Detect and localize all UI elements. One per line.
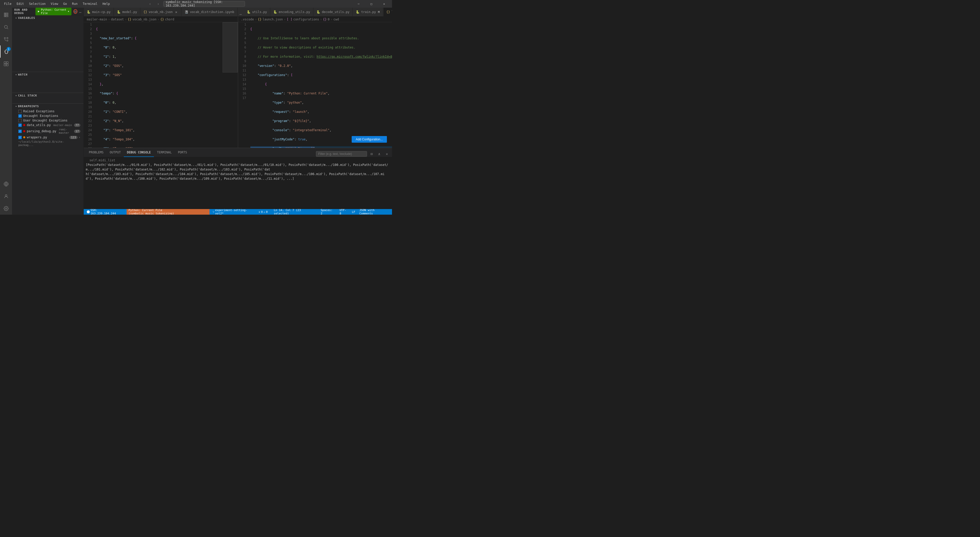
status-errors[interactable]: ✕ 0 ⚠ 0 (258, 209, 269, 215)
panel-actions: ⊟ ∧ ✕ (316, 151, 390, 157)
menu-file[interactable]: File (2, 2, 14, 6)
menu-help[interactable]: Help (100, 2, 112, 6)
menu-edit[interactable]: Edit (14, 2, 26, 6)
bc-cwd[interactable]: cwd (333, 18, 339, 21)
svg-rect-5 (6, 62, 8, 64)
tab-overflow-btn[interactable]: ⋯ (238, 12, 244, 16)
status-cursor[interactable]: Ln 14, Col 7 (23 selected) (273, 209, 318, 215)
menu-terminal[interactable]: Terminal (81, 2, 100, 6)
bp-wrappers[interactable]: ✓ wrappers.py 123 › (12, 135, 83, 140)
activity-explorer[interactable] (0, 9, 12, 21)
minimize-button[interactable]: ─ (353, 0, 364, 8)
tab-vocab-nb-label: vocab_nb.json (149, 10, 173, 14)
breakpoints-section-header[interactable]: ▾ BREAKPOINTS (12, 104, 83, 109)
menu-run[interactable]: Run (70, 2, 80, 6)
bp-wrappers-arrow[interactable]: › (79, 135, 80, 139)
tab-launch-json[interactable]: {} launch.json ✕ (383, 8, 392, 16)
svg-point-2 (6, 40, 8, 41)
global-search-bar[interactable]: symbolic_music_tokenizing [SSH: 163.239.… (163, 1, 245, 6)
menu-go[interactable]: Go (61, 2, 69, 6)
tab-encoding-utils[interactable]: 🐍 encoding_utils.py (270, 8, 313, 16)
bc-dataset[interactable]: dataset (111, 18, 124, 21)
variables-section-header[interactable]: ▾ VARIABLES (12, 15, 83, 21)
run-button[interactable]: Python: Current File ▾ (35, 8, 71, 15)
status-git-branch[interactable]: ⑂ experiment-setting-vol2* (212, 209, 256, 215)
call-stack-section: ▾ CALL STACK (12, 92, 83, 98)
call-stack-section-header[interactable]: ▾ CALL STACK (12, 93, 83, 98)
tab-train[interactable]: 🐍 train.py M (353, 8, 383, 16)
status-debug-mode[interactable]: Python: Current File (symbolic_music_tok… (127, 209, 210, 215)
panel-close-btn[interactable]: ✕ (384, 151, 390, 157)
activity-search[interactable] (0, 21, 12, 33)
tab-vocab-dist-label: vocab_distribution.ipynb (190, 10, 234, 14)
tab-vocab-nb[interactable]: {} vocab_nb.json ✕ (140, 8, 181, 16)
activity-account[interactable] (0, 190, 12, 202)
bc-launch-json[interactable]: launch.json (262, 18, 283, 21)
tab-utils[interactable]: 🐍 utils.py (244, 8, 270, 16)
tab-vocab-nb-close[interactable]: ✕ (174, 10, 178, 14)
bc-zero[interactable]: 0 (328, 18, 329, 21)
bp-uncaught-exceptions[interactable]: ✓ Uncaught Exceptions (12, 113, 83, 118)
watch-section-header[interactable]: ▾ WATCH (12, 72, 83, 77)
status-language[interactable]: JSON with Comments (358, 209, 390, 215)
activity-extensions[interactable] (0, 58, 12, 70)
panel-tab-ports[interactable]: PORTS (175, 148, 190, 157)
panel-tab-terminal[interactable]: TERMINAL (154, 148, 175, 157)
panel-tab-problems[interactable]: PROBLEMS (86, 148, 107, 157)
status-spaces[interactable]: Spaces: 2 (320, 209, 336, 215)
left-code-content[interactable]: 1234567 891011121314 15161718192021 2223… (84, 22, 238, 148)
debug-console-filter[interactable] (316, 151, 367, 157)
add-configuration-button[interactable]: Add Configuration... (352, 136, 387, 143)
bp-parsing-debug[interactable]: ✓ parsing_debug.py remi-master 17 (12, 127, 83, 135)
bp-uncaught-checkbox[interactable]: ✓ (18, 114, 22, 118)
variables-chevron: ▾ (15, 17, 17, 19)
activity-source-control[interactable] (0, 33, 12, 45)
close-button[interactable]: ✕ (378, 0, 390, 8)
bc-vscode[interactable]: .vscode (241, 18, 254, 21)
activity-remote[interactable] (0, 178, 12, 190)
bp-data-utils-dot (23, 124, 25, 126)
bc-configurations[interactable]: configurations (293, 18, 319, 21)
bp-parsing-debug-checkbox[interactable]: ✓ (18, 130, 22, 133)
bp-data-utils-checkbox[interactable]: ✓ (18, 124, 22, 127)
bp-raised-label: Raised Exceptions (23, 110, 55, 113)
call-stack-chevron: ▾ (15, 94, 17, 97)
menu-view[interactable]: View (49, 2, 60, 6)
menu-selection[interactable]: Selection (27, 2, 48, 6)
bc-mailer-main[interactable]: mailer-main (87, 18, 107, 21)
bp-raised-checkbox[interactable] (18, 110, 22, 113)
bp-wrappers-label: wrappers.py (27, 135, 47, 139)
bc-func-icon2: {} (160, 18, 164, 21)
panel-tab-debug-console[interactable]: DEBUG CONSOLE (124, 148, 154, 157)
bp-wrappers-checkbox[interactable]: ✓ (18, 136, 22, 139)
debug-settings-button[interactable]: ⚙ (73, 9, 77, 14)
activity-settings[interactable] (0, 202, 12, 215)
bp-user-uncaught[interactable]: User Uncaught Exceptions (12, 118, 83, 123)
tab-decode-utils[interactable]: 🐍 decode_utils.py (313, 8, 353, 16)
activity-debug[interactable]: 1 (0, 45, 12, 58)
debug-more-button[interactable]: … (80, 10, 81, 14)
bc-chord[interactable]: chord (165, 18, 174, 21)
status-encoding[interactable]: UTF-8 (339, 209, 348, 215)
bp-user-uncaught-checkbox[interactable] (18, 119, 22, 122)
bc-vocab-nb[interactable]: vocab_nb.json (132, 18, 156, 21)
bp-raised-exceptions[interactable]: Raised Exceptions (12, 109, 83, 113)
tab-main-cp[interactable]: 🐍 main-cp.py (84, 8, 114, 16)
svg-marker-10 (38, 10, 40, 13)
maximize-button[interactable]: □ (366, 0, 377, 8)
tab-train-icon: 🐍 (356, 10, 360, 14)
panel-tab-output[interactable]: OUTPUT (107, 148, 124, 157)
tab-vocab-dist[interactable]: 📓 vocab_distribution.ipynb (181, 8, 237, 16)
bp-data-utils[interactable]: ✓ data_utils.py mailer-main 77 (12, 123, 83, 127)
back-button[interactable]: ‹ (147, 1, 153, 7)
variables-label: VARIABLES (18, 16, 35, 20)
right-code-content[interactable]: 1234567 891011121314 151617 { // Use Int… (238, 22, 392, 148)
run-button-dropdown[interactable]: ▾ (68, 10, 69, 13)
panel-expand-btn[interactable]: ∧ (376, 151, 382, 157)
cursor-pos-text: Ln 14, Col 7 (23 selected) (274, 209, 317, 215)
status-remote[interactable]: SSH: 163.239.104.244 (86, 209, 124, 215)
tab-model[interactable]: 🐍 model.py (114, 8, 140, 16)
forward-button[interactable]: › (155, 1, 161, 7)
status-line-ending[interactable]: LF (351, 209, 356, 215)
panel-toggle-btn[interactable]: ⊟ (369, 151, 375, 157)
